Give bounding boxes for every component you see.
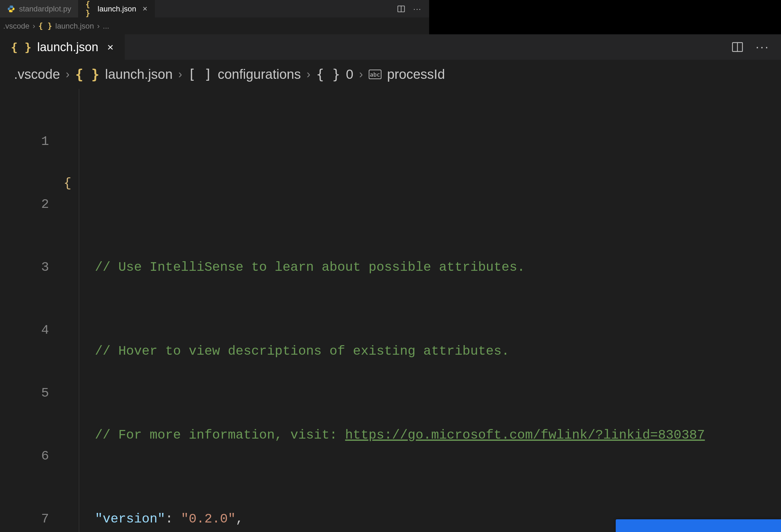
line-number: 6 xyxy=(0,446,49,466)
editor-pane: { } launch.json × ··· .vscode › { } laun… xyxy=(0,34,781,532)
code-line[interactable]: // For more information, visit: https://… xyxy=(64,424,781,446)
tab-standardplot[interactable]: standardplot.py xyxy=(0,0,79,17)
line-number: 4 xyxy=(0,320,49,341)
inner-tab-bar: { } launch.json × ··· xyxy=(0,34,781,60)
tab-bar-spacer xyxy=(155,0,389,17)
json-icon: { } xyxy=(75,67,99,82)
json-string: "0.2.0" xyxy=(181,511,236,526)
tab-label: standardplot.py xyxy=(19,4,71,13)
array-icon: [ ] xyxy=(188,67,212,82)
string-icon: abc xyxy=(369,70,381,79)
tab-label: launch.json xyxy=(97,4,136,13)
code-lines[interactable]: { // Use IntelliSense to learn about pos… xyxy=(64,89,781,532)
comment: // For more information, visit: xyxy=(95,428,345,442)
close-icon[interactable]: × xyxy=(143,4,148,14)
object-icon: { } xyxy=(316,67,340,82)
python-icon xyxy=(7,5,15,13)
more-icon[interactable]: ··· xyxy=(755,40,770,54)
chevron-right-icon: › xyxy=(306,68,310,81)
line-number: 7 xyxy=(0,508,49,529)
comment-link[interactable]: https://go.microsoft.com/fwlink/?linkid=… xyxy=(345,428,705,442)
breadcrumb-folder[interactable]: .vscode xyxy=(14,67,60,82)
code-line[interactable]: // Use IntelliSense to learn about possi… xyxy=(64,257,781,278)
json-key: "version" xyxy=(95,511,165,526)
chevron-right-icon: › xyxy=(33,22,35,31)
line-number-gutter: 1 2 3 4 5 6 7 8 9 10 11 12 13 14 15 16 1… xyxy=(0,89,64,532)
code-area[interactable]: 1 2 3 4 5 6 7 8 9 10 11 12 13 14 15 16 1… xyxy=(0,89,781,532)
breadcrumb-leaf[interactable]: processId xyxy=(387,67,445,82)
main-tab-launch-json[interactable]: { } launch.json × xyxy=(0,34,125,60)
chevron-right-icon: › xyxy=(359,68,363,81)
chevron-right-icon: › xyxy=(178,68,182,81)
main-tab-actions: ··· xyxy=(720,34,781,60)
breadcrumb-more[interactable]: ... xyxy=(103,22,109,31)
comment: // Hover to view descriptions of existin… xyxy=(95,344,509,359)
line-number: 1 xyxy=(0,131,49,152)
main-tab-label: launch.json xyxy=(37,40,98,54)
tab-bar-spacer xyxy=(125,34,720,60)
json-icon: { } xyxy=(38,22,52,31)
breadcrumb-file[interactable]: launch.json xyxy=(105,67,173,82)
chevron-right-icon: › xyxy=(97,22,100,31)
breadcrumb-folder[interactable]: .vscode xyxy=(3,22,30,31)
line-number: 5 xyxy=(0,383,49,404)
code-line[interactable]: // Hover to view descriptions of existin… xyxy=(64,341,781,362)
json-icon: { } xyxy=(85,5,94,13)
tab-launch-json[interactable]: { } launch.json × xyxy=(79,0,155,17)
breadcrumb-index[interactable]: 0 xyxy=(346,67,353,82)
line-number: 2 xyxy=(0,194,49,215)
tab-bar-actions: ··· xyxy=(389,0,429,17)
breadcrumb-file[interactable]: launch.json xyxy=(55,22,94,31)
split-editor-icon[interactable] xyxy=(731,40,744,54)
more-icon[interactable]: ··· xyxy=(413,4,421,13)
outer-breadcrumb: .vscode › { } launch.json › ... xyxy=(0,17,429,34)
code-line[interactable]: { xyxy=(64,173,781,194)
split-editor-icon[interactable] xyxy=(397,4,406,13)
close-icon[interactable]: × xyxy=(107,41,114,53)
chevron-right-icon: › xyxy=(66,68,70,81)
json-icon: { } xyxy=(11,41,32,54)
comment: // Use IntelliSense to learn about possi… xyxy=(95,260,525,275)
line-number: 3 xyxy=(0,257,49,278)
outer-tab-bar: standardplot.py { } launch.json × ··· xyxy=(0,0,429,17)
notification-strip[interactable] xyxy=(616,519,781,532)
breadcrumb-array[interactable]: configurations xyxy=(218,67,301,82)
inner-breadcrumb: .vscode › { } launch.json › [ ] configur… xyxy=(0,60,781,89)
